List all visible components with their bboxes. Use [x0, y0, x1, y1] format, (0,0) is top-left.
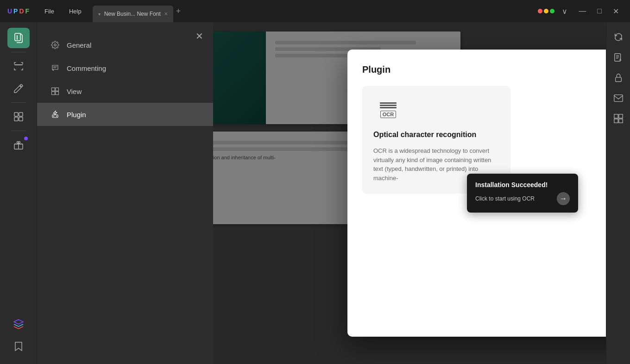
ocr-lines [380, 102, 397, 108]
svg-rect-2 [14, 64, 23, 65]
gift-badge [24, 137, 28, 140]
titlebar-dropdown-icon[interactable]: ∨ [558, 5, 571, 18]
logo-d: D [19, 7, 24, 15]
sidebar-divider-3 [11, 131, 26, 131]
right-sidebar: A [606, 22, 630, 364]
ocr-line-3 [380, 107, 397, 108]
ocr-line-2 [380, 105, 397, 106]
sidebar-divider-1 [11, 52, 26, 52]
sidebar-icon-scan[interactable] [7, 56, 30, 76]
svg-point-16 [54, 44, 57, 46]
svg-point-23 [56, 116, 57, 117]
tab-bar: ▾ New Busin... New Font × + [93, 0, 538, 22]
settings-nav-view-label: View [67, 88, 82, 95]
tooltip-arrow-button[interactable]: → [557, 192, 570, 205]
settings-overlay: ✕ General Commen [37, 22, 606, 364]
right-icon-lock[interactable] [609, 69, 628, 87]
sidebar-icon-edit[interactable] [7, 78, 30, 99]
dot-green [550, 9, 554, 13]
tooltip-body: Click to start using OCR → [475, 192, 570, 205]
sidebar-icon-pages[interactable] [7, 107, 30, 127]
menu-bar: File Help [37, 0, 89, 22]
settings-panel: ✕ General Commen [37, 22, 213, 364]
right-icon-pdfa[interactable]: A [609, 48, 628, 67]
svg-rect-12 [614, 114, 617, 118]
svg-rect-20 [56, 92, 59, 95]
svg-rect-21 [52, 115, 58, 118]
sidebar-icon-gift[interactable] [7, 135, 30, 155]
installation-tooltip: Installation Succeeded! Click to start u… [467, 174, 578, 213]
ocr-line-1 [380, 102, 397, 104]
new-tab-button[interactable]: + [176, 6, 181, 16]
ocr-icon: OCR [373, 97, 403, 123]
settings-nav-commenting-label: Commenting [67, 64, 106, 72]
active-tab[interactable]: ▾ New Busin... New Font × [93, 6, 173, 22]
svg-rect-10 [615, 77, 621, 82]
svg-rect-15 [618, 119, 622, 123]
plugin-icon [50, 109, 60, 119]
sidebar-icon-bookmark[interactable] [7, 336, 30, 357]
view-icon [50, 86, 60, 96]
settings-nav-plugin-label: Plugin [67, 111, 86, 119]
settings-close-button[interactable]: ✕ [193, 30, 206, 43]
sidebar-divider-2 [11, 102, 26, 103]
ocr-card-title: Optical character recognition [373, 131, 499, 139]
svg-rect-5 [14, 117, 18, 121]
main-content: preservation and inheritance of multi- ✕… [37, 22, 606, 364]
minimize-button[interactable]: — [575, 5, 590, 17]
svg-rect-13 [618, 114, 622, 118]
svg-rect-18 [56, 88, 59, 91]
dot-red [538, 9, 542, 13]
logo-u: U [7, 7, 13, 15]
logo-p: P [13, 7, 18, 15]
settings-nav-plugin[interactable]: Plugin [37, 103, 213, 126]
svg-rect-1 [17, 35, 18, 40]
file-menu[interactable]: File [37, 0, 62, 22]
sidebar-icon-layers[interactable] [7, 314, 30, 334]
tab-arrow-icon: ▾ [98, 12, 101, 17]
svg-rect-4 [19, 113, 23, 116]
svg-rect-17 [52, 88, 55, 91]
sidebar-icon-document[interactable] [7, 28, 30, 48]
svg-rect-6 [19, 117, 23, 121]
dot-yellow [544, 9, 548, 13]
settings-nav-view[interactable]: View [37, 80, 213, 103]
window-controls: ∨ — □ ✕ [538, 5, 630, 18]
right-icon-ocr[interactable] [609, 109, 628, 128]
app-logo: U P D F [0, 7, 37, 15]
right-icon-mail[interactable] [609, 89, 628, 107]
right-icon-sync[interactable] [609, 28, 628, 46]
plugin-dialog-title: Plugin [362, 64, 606, 75]
close-button[interactable]: ✕ [609, 5, 623, 18]
svg-rect-11 [614, 95, 622, 102]
settings-nav-general-label: General [67, 41, 91, 49]
settings-nav-general[interactable]: General [37, 33, 213, 56]
settings-nav-commenting[interactable]: Commenting [37, 56, 213, 80]
logo-f: F [25, 7, 30, 15]
tab-close-button[interactable]: × [164, 11, 168, 17]
titlebar: U P D F File Help ▾ New Busin... New Fon… [0, 0, 630, 22]
svg-point-22 [53, 116, 54, 117]
svg-rect-19 [52, 92, 55, 95]
general-icon [50, 40, 60, 50]
help-menu[interactable]: Help [62, 0, 89, 22]
tooltip-arrow-icon: → [560, 195, 567, 203]
left-sidebar [0, 22, 37, 364]
window-dot-controls [538, 9, 554, 13]
maximize-button[interactable]: □ [593, 5, 605, 17]
svg-rect-14 [614, 119, 617, 123]
commenting-icon [50, 63, 60, 73]
svg-text:A: A [619, 58, 621, 61]
tab-label: New Busin... New Font [104, 11, 161, 17]
svg-rect-3 [14, 113, 18, 116]
ocr-label: OCR [380, 111, 396, 118]
tooltip-text: Click to start using OCR [475, 195, 535, 202]
tooltip-title: Installation Succeeded! [475, 181, 570, 188]
